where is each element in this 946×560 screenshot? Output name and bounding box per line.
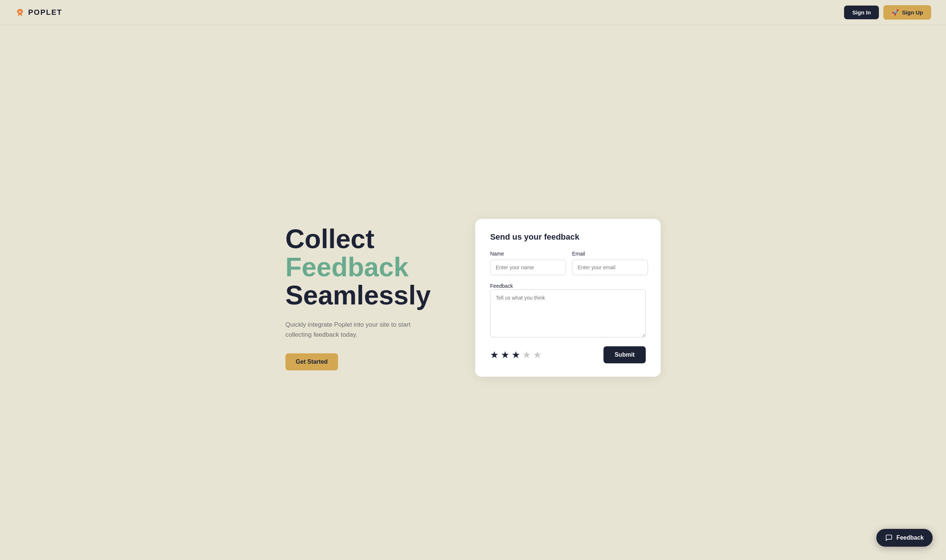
- feedback-textarea[interactable]: [490, 289, 646, 337]
- hero-subtitle: Quickly integrate Poplet into your site …: [285, 320, 426, 340]
- signup-button[interactable]: 🚀 Sign Up: [883, 5, 931, 20]
- form-row-name-email: Name Email: [490, 251, 646, 275]
- name-group: Name: [490, 251, 566, 275]
- feedback-label: Feedback: [490, 283, 513, 289]
- card-title: Send us your feedback: [490, 232, 646, 242]
- logo-icon: [15, 8, 25, 18]
- email-group: Email: [572, 251, 648, 275]
- get-started-button[interactable]: Get Started: [285, 353, 338, 370]
- star-1[interactable]: ★: [490, 349, 498, 361]
- chat-icon: [885, 534, 893, 542]
- email-input[interactable]: [572, 260, 648, 275]
- feedback-float-label: Feedback: [896, 534, 924, 541]
- nav-buttons: Sign In 🚀 Sign Up: [844, 5, 931, 20]
- main-content: Collect Feedback Seamlessly Quickly inte…: [0, 25, 946, 560]
- feedback-card: Send us your feedback Name Email Feedbac…: [475, 219, 661, 377]
- rocket-icon: 🚀: [892, 9, 899, 16]
- star-rating: ★ ★ ★ ★ ★: [490, 349, 542, 361]
- hero-section: Collect Feedback Seamlessly Quickly inte…: [285, 225, 431, 370]
- navbar: POPLET Sign In 🚀 Sign Up: [0, 0, 946, 25]
- hero-title: Collect Feedback Seamlessly: [285, 225, 431, 309]
- signin-button[interactable]: Sign In: [844, 6, 879, 19]
- star-4[interactable]: ★: [522, 349, 531, 361]
- star-2[interactable]: ★: [501, 349, 509, 361]
- star-5[interactable]: ★: [533, 349, 542, 361]
- logo: POPLET: [15, 8, 62, 18]
- logo-text: POPLET: [28, 8, 62, 17]
- name-input[interactable]: [490, 260, 566, 275]
- feedback-float-button[interactable]: Feedback: [876, 529, 933, 547]
- star-3[interactable]: ★: [512, 349, 520, 361]
- name-label: Name: [490, 251, 566, 257]
- card-footer: ★ ★ ★ ★ ★ Submit: [490, 346, 646, 363]
- feedback-group: Feedback: [490, 283, 646, 339]
- submit-button[interactable]: Submit: [603, 346, 646, 363]
- email-label: Email: [572, 251, 648, 257]
